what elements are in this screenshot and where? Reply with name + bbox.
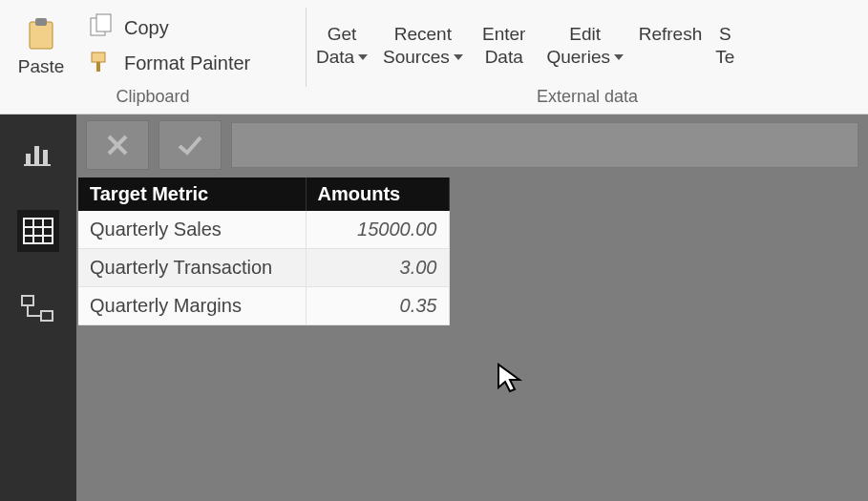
copy-icon <box>88 13 115 43</box>
cell-metric[interactable]: Quarterly Sales <box>78 211 306 249</box>
enter-data-label-1: Enter <box>482 23 525 46</box>
col-header-metric[interactable]: Target Metric <box>78 177 306 211</box>
edit-queries-label-2: Queries <box>546 47 610 67</box>
svg-rect-4 <box>92 52 105 62</box>
col-header-amount[interactable]: Amounts <box>306 177 449 211</box>
paste-button[interactable]: Paste <box>8 11 74 80</box>
data-table: Target Metric Amounts Quarterly Sales 15… <box>78 177 450 325</box>
edit-queries-label-1: Edit <box>569 23 601 46</box>
paste-label: Paste <box>18 55 65 78</box>
cell-amount[interactable]: 15000.00 <box>306 211 449 249</box>
edit-queries-button[interactable]: Edit Queries <box>540 21 631 71</box>
svg-rect-0 <box>30 22 53 49</box>
group-label-clipboard: Clipboard <box>0 87 306 114</box>
check-icon <box>176 132 204 158</box>
svg-rect-3 <box>96 14 111 31</box>
refresh-label: Refresh <box>639 23 703 46</box>
svg-marker-19 <box>498 365 519 391</box>
svg-rect-15 <box>22 296 33 305</box>
enter-data-label-2: Data <box>485 46 523 69</box>
main-area: Target Metric Amounts Quarterly Sales 15… <box>76 115 868 501</box>
svg-rect-5 <box>96 62 100 72</box>
formula-confirm-button[interactable] <box>159 120 222 170</box>
cell-amount[interactable]: 0.35 <box>306 287 449 325</box>
format-painter-label: Format Painter <box>124 52 250 74</box>
refresh-button[interactable]: Refresh <box>633 21 709 71</box>
svg-rect-6 <box>26 154 31 165</box>
formula-bar-row <box>76 115 868 176</box>
chevron-down-icon <box>358 54 368 60</box>
recent-sources-label-2: Sources <box>383 47 450 67</box>
ribbon-cutoff-button[interactable]: S Te <box>709 21 740 71</box>
table-row[interactable]: Quarterly Sales 15000.00 <box>78 211 449 249</box>
model-view-icon[interactable] <box>17 288 59 330</box>
formula-bar-input[interactable] <box>231 122 858 168</box>
view-sidebar <box>0 115 76 501</box>
get-data-label-1: Get <box>328 23 357 46</box>
report-view-icon[interactable] <box>17 132 59 174</box>
svg-rect-7 <box>34 146 39 165</box>
ribbon: Paste Copy Format Painter Clipboard <box>0 0 868 115</box>
chevron-down-icon <box>454 54 463 60</box>
svg-rect-16 <box>41 311 53 321</box>
stage: Target Metric Amounts Quarterly Sales 15… <box>0 115 868 501</box>
recent-sources-label-1: Recent <box>394 23 452 46</box>
group-label-external-data: External data <box>307 87 868 114</box>
chevron-down-icon <box>614 54 624 60</box>
enter-data-button[interactable]: Enter Data <box>471 21 538 71</box>
copy-button[interactable]: Copy <box>88 13 250 43</box>
ribbon-group-external-data: Get Data Recent Sources Enter Data Edit … <box>307 0 868 114</box>
get-data-label-2: Data <box>316 47 354 67</box>
ribbon-cutoff-2: Te <box>715 46 734 69</box>
ribbon-cutoff-1: S <box>719 23 731 46</box>
cell-metric[interactable]: Quarterly Transaction <box>78 249 306 287</box>
table-row[interactable]: Quarterly Margins 0.35 <box>78 287 449 325</box>
svg-rect-10 <box>24 219 53 243</box>
get-data-button[interactable]: Get Data <box>308 21 375 71</box>
cell-metric[interactable]: Quarterly Margins <box>78 287 306 325</box>
copy-label: Copy <box>124 17 169 39</box>
mouse-cursor-icon <box>497 363 523 395</box>
table-row[interactable]: Quarterly Transaction 3.00 <box>78 249 449 287</box>
table-header-row: Target Metric Amounts <box>78 177 449 211</box>
data-view-icon[interactable] <box>17 210 59 252</box>
format-painter-button[interactable]: Format Painter <box>88 49 250 78</box>
close-icon <box>104 132 131 158</box>
cell-amount[interactable]: 3.00 <box>306 249 449 287</box>
format-painter-icon <box>88 49 115 78</box>
recent-sources-button[interactable]: Recent Sources <box>377 21 469 71</box>
paste-icon <box>24 13 58 55</box>
svg-rect-1 <box>35 18 47 26</box>
ribbon-group-clipboard: Paste Copy Format Painter Clipboard <box>0 0 306 114</box>
formula-cancel-button[interactable] <box>86 120 149 170</box>
svg-rect-8 <box>43 150 48 165</box>
